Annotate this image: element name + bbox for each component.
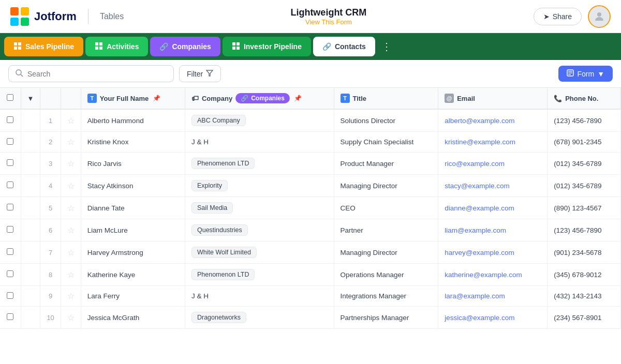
star-cell[interactable]: ☆ xyxy=(61,197,81,219)
row-checkbox[interactable] xyxy=(7,226,13,233)
star-icon[interactable]: ☆ xyxy=(67,204,75,213)
star-icon[interactable]: ☆ xyxy=(67,181,75,190)
app-name: Jotform xyxy=(34,10,77,23)
row-number: 6 xyxy=(40,219,61,241)
header: Jotform Tables Lightweight CRM View This… xyxy=(0,0,621,33)
row-number: 4 xyxy=(40,175,61,197)
star-icon[interactable]: ☆ xyxy=(67,270,75,279)
svg-rect-10 xyxy=(99,42,102,46)
search-icon xyxy=(15,69,23,79)
tables-label: Tables xyxy=(100,12,124,21)
table-header-row: ▼ T Your Full Name 📌 🏷 Company xyxy=(0,88,621,109)
star-icon[interactable]: ☆ xyxy=(67,116,75,125)
full-name-cell: Kristine Knox xyxy=(81,132,185,153)
avatar[interactable] xyxy=(588,5,611,28)
row-checkbox[interactable] xyxy=(7,292,13,299)
svg-rect-16 xyxy=(236,47,240,50)
title-cell: Partner xyxy=(334,219,438,241)
full-name-cell: Dianne Tate xyxy=(81,197,185,219)
filter-label: Filter xyxy=(187,70,203,78)
star-icon[interactable]: ☆ xyxy=(67,313,75,322)
logo-divider xyxy=(88,9,88,24)
tab-investor-pipeline[interactable]: Investor Pipeline xyxy=(223,37,311,56)
star-icon[interactable]: ☆ xyxy=(67,159,75,168)
row-number: 3 xyxy=(40,153,61,175)
row-number: 5 xyxy=(40,197,61,219)
company-cell: J & H xyxy=(185,132,334,153)
search-box[interactable] xyxy=(8,65,174,82)
row-num-column-header xyxy=(40,88,61,109)
select-all-checkbox[interactable] xyxy=(7,94,13,101)
checkbox-cell xyxy=(0,307,21,329)
phone-cell: (345) 678-9012 xyxy=(548,264,621,286)
checkbox-cell xyxy=(0,197,21,219)
title-cell: Partnerships Manager xyxy=(334,307,438,329)
row-checkbox[interactable] xyxy=(7,116,13,123)
companies-tag-badge: 🔗 Companies xyxy=(235,93,290,103)
row-checkbox[interactable] xyxy=(7,159,13,166)
svg-point-4 xyxy=(597,12,601,17)
full-name-column-header[interactable]: T Your Full Name 📌 xyxy=(81,88,185,109)
table-row: 7 ☆ Harvey Armstrong White Wolf Limited … xyxy=(0,241,621,264)
chevron-cell xyxy=(21,286,40,307)
star-cell[interactable]: ☆ xyxy=(61,175,81,197)
svg-rect-6 xyxy=(18,42,21,46)
chevron-down-icon: ▼ xyxy=(27,95,34,102)
row-checkbox[interactable] xyxy=(7,313,13,320)
full-name-cell: Rico Jarvis xyxy=(81,153,185,175)
star-cell[interactable]: ☆ xyxy=(61,241,81,264)
row-checkbox[interactable] xyxy=(7,270,13,277)
row-checkbox[interactable] xyxy=(7,138,13,145)
phone-cell: (123) 456-7890 xyxy=(548,219,621,241)
company-badge: Questindustries xyxy=(191,224,248,236)
star-icon[interactable]: ☆ xyxy=(67,292,75,300)
star-cell[interactable]: ☆ xyxy=(61,109,81,132)
row-checkbox[interactable] xyxy=(7,181,13,188)
tab-activities[interactable]: Activities xyxy=(85,37,148,56)
share-label: Share xyxy=(553,12,572,21)
title-column-header[interactable]: T Title xyxy=(334,88,438,109)
full-name-cell: Lara Ferry xyxy=(81,286,185,307)
form-button[interactable]: Form ▼ xyxy=(558,66,613,82)
company-column-header[interactable]: 🏷 Company 🔗 Companies 📌 xyxy=(185,88,334,109)
chevron-cell xyxy=(21,219,40,241)
email-cell: alberto@example.com xyxy=(438,109,548,132)
star-cell[interactable]: ☆ xyxy=(61,264,81,286)
chevron-cell xyxy=(21,153,40,175)
email-column-header[interactable]: @ Email xyxy=(438,88,548,109)
search-input[interactable] xyxy=(27,70,167,78)
tab-companies[interactable]: 🔗 Companies xyxy=(150,37,220,56)
form-dropdown-icon: ▼ xyxy=(597,70,604,78)
email-cell: katherine@example.com xyxy=(438,264,548,286)
company-cell: J & H xyxy=(185,286,334,307)
tab-label: Investor Pipeline xyxy=(244,42,302,51)
chevron-cell xyxy=(21,109,40,132)
chevron-cell xyxy=(21,197,40,219)
title-cell: CEO xyxy=(334,197,438,219)
star-cell[interactable]: ☆ xyxy=(61,219,81,241)
checkbox-cell xyxy=(0,286,21,307)
star-cell[interactable]: ☆ xyxy=(61,132,81,153)
more-tabs-button[interactable]: ⋮ xyxy=(378,38,395,55)
view-form-link[interactable]: View This Form xyxy=(124,18,534,26)
email-cell: dianne@example.com xyxy=(438,197,548,219)
email-type-icon: @ xyxy=(445,94,454,103)
star-cell[interactable]: ☆ xyxy=(61,286,81,307)
star-icon[interactable]: ☆ xyxy=(67,226,75,235)
phone-cell: (234) 567-8901 xyxy=(548,307,621,329)
star-cell[interactable]: ☆ xyxy=(61,153,81,175)
phone-column-header[interactable]: 📞 Phone No. xyxy=(548,88,621,109)
tab-contacts[interactable]: 🔗 Contacts xyxy=(313,37,375,56)
tab-sales-pipeline[interactable]: Sales Pipeline xyxy=(4,37,83,56)
star-cell[interactable]: ☆ xyxy=(61,307,81,329)
crm-title: Lightweight CRM xyxy=(124,7,534,18)
row-checkbox[interactable] xyxy=(7,204,13,210)
filter-button[interactable]: Filter xyxy=(179,65,221,82)
star-icon[interactable]: ☆ xyxy=(67,248,75,257)
row-checkbox[interactable] xyxy=(7,248,13,255)
header-right: ➤ Share xyxy=(534,5,611,28)
share-button[interactable]: ➤ Share xyxy=(534,8,582,25)
star-icon[interactable]: ☆ xyxy=(67,138,75,146)
email-label: Email xyxy=(457,95,475,102)
tab-label: Companies xyxy=(172,42,211,51)
